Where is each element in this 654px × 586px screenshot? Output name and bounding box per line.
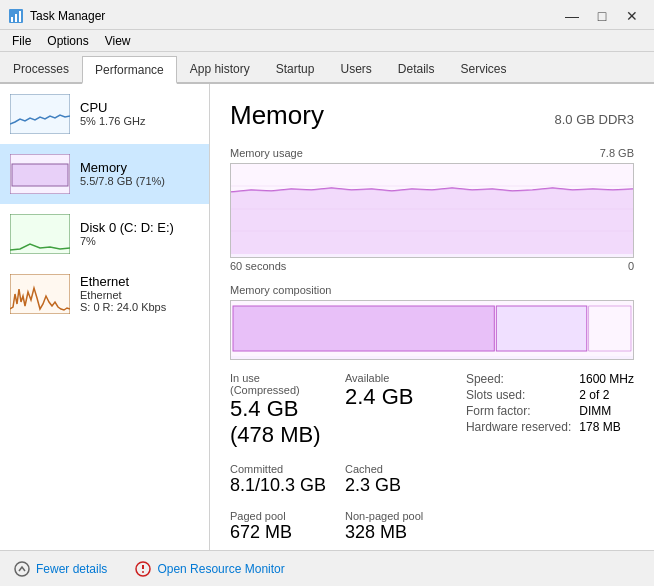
slots-value: 2 of 2	[579, 388, 634, 402]
committed-label: Committed	[230, 463, 331, 475]
speed-value: 1600 MHz	[579, 372, 634, 386]
fewer-details-button[interactable]: Fewer details	[8, 557, 113, 581]
svg-rect-15	[233, 306, 494, 351]
minimize-button[interactable]: —	[558, 6, 586, 26]
fewer-details-label: Fewer details	[36, 562, 107, 576]
open-resource-monitor-button[interactable]: Open Resource Monitor	[129, 557, 290, 581]
in-use-stat: In use (Compressed) 5.4 GB (478 MB)	[230, 372, 331, 449]
menu-options[interactable]: Options	[39, 32, 96, 50]
left-item-disk[interactable]: Disk 0 (C: D: E:) 7%	[0, 204, 209, 264]
tab-startup[interactable]: Startup	[263, 54, 328, 82]
memory-composition-section: Memory composition	[230, 284, 634, 360]
time-right: 0	[628, 260, 634, 272]
cached-label: Cached	[345, 463, 446, 475]
available-label: Available	[345, 372, 446, 384]
svg-rect-6	[12, 164, 68, 186]
right-stats: Speed: 1600 MHz Slots used: 2 of 2 Form …	[466, 372, 634, 544]
cpu-info: CPU 5% 1.76 GHz	[80, 100, 145, 127]
left-item-ethernet[interactable]: Ethernet Ethernet S: 0 R: 24.0 Kbps	[0, 264, 209, 324]
committed-stat: Committed 8.1/10.3 GB	[230, 463, 331, 497]
left-stats: In use (Compressed) 5.4 GB (478 MB) Avai…	[230, 372, 446, 544]
disk-name: Disk 0 (C: D: E:)	[80, 220, 174, 235]
nonpaged-stat: Non-paged pool 328 MB	[345, 510, 446, 544]
in-use-value: 5.4 GB (478 MB)	[230, 396, 331, 449]
ethernet-subname: Ethernet	[80, 289, 166, 301]
available-stat: Available 2.4 GB	[345, 372, 446, 449]
tab-processes[interactable]: Processes	[0, 54, 82, 82]
right-stats-panel: Speed: 1600 MHz Slots used: 2 of 2 Form …	[466, 372, 634, 434]
right-title: Memory	[230, 100, 324, 131]
svg-rect-4	[10, 94, 70, 134]
ethernet-info: Ethernet Ethernet S: 0 R: 24.0 Kbps	[80, 274, 166, 313]
maximize-button[interactable]: □	[588, 6, 616, 26]
composition-label: Memory composition	[230, 284, 331, 296]
disk-info: Disk 0 (C: D: E:) 7%	[80, 220, 174, 247]
tab-apphistory[interactable]: App history	[177, 54, 263, 82]
ethernet-graph-thumbnail	[10, 274, 70, 314]
menu-view[interactable]: View	[97, 32, 139, 50]
right-panel: Memory 8.0 GB DDR3 Memory usage 7.8 GB	[210, 84, 654, 550]
top-stats: In use (Compressed) 5.4 GB (478 MB) Avai…	[230, 372, 446, 449]
form-label: Form factor:	[466, 404, 571, 418]
memory-usage-section: Memory usage 7.8 GB 60 seconds	[230, 147, 634, 272]
tab-services[interactable]: Services	[448, 54, 520, 82]
ethernet-name: Ethernet	[80, 274, 166, 289]
tabbar: Processes Performance App history Startu…	[0, 52, 654, 84]
left-item-cpu[interactable]: CPU 5% 1.76 GHz	[0, 84, 209, 144]
right-subtitle: 8.0 GB DDR3	[555, 112, 634, 127]
svg-point-18	[15, 562, 29, 576]
memory-graph-thumbnail	[10, 154, 70, 194]
resource-monitor-icon	[135, 561, 151, 577]
slots-label: Slots used:	[466, 388, 571, 402]
in-use-label: In use (Compressed)	[230, 372, 331, 396]
open-resource-label: Open Resource Monitor	[157, 562, 284, 576]
chart-time: 60 seconds 0	[230, 260, 634, 272]
chevron-up-icon	[14, 561, 30, 577]
svg-rect-3	[19, 11, 21, 22]
menubar: File Options View	[0, 30, 654, 52]
stats-area: In use (Compressed) 5.4 GB (478 MB) Avai…	[230, 372, 634, 544]
bottombar: Fewer details Open Resource Monitor	[0, 550, 654, 586]
paged-value: 672 MB	[230, 522, 331, 544]
taskmanager-icon	[8, 8, 24, 24]
svg-rect-16	[496, 306, 586, 351]
left-panel: CPU 5% 1.76 GHz Memory 5.5/7.8 GB (71%)	[0, 84, 210, 550]
disk-graph-thumbnail	[10, 214, 70, 254]
paged-stat: Paged pool 672 MB	[230, 510, 331, 544]
usage-max: 7.8 GB	[600, 147, 634, 159]
composition-chart	[230, 300, 634, 360]
menu-file[interactable]: File	[4, 32, 39, 50]
memory-value: 5.5/7.8 GB (71%)	[80, 175, 165, 187]
time-left: 60 seconds	[230, 260, 286, 272]
tab-performance[interactable]: Performance	[82, 56, 177, 84]
composition-label-row: Memory composition	[230, 284, 634, 296]
memory-info: Memory 5.5/7.8 GB (71%)	[80, 160, 165, 187]
nonpaged-label: Non-paged pool	[345, 510, 446, 522]
svg-point-21	[142, 571, 144, 573]
titlebar-title: Task Manager	[30, 9, 105, 23]
cpu-value: 5% 1.76 GHz	[80, 115, 145, 127]
cached-stat: Cached 2.3 GB	[345, 463, 446, 497]
nonpaged-value: 328 MB	[345, 522, 446, 544]
usage-label-row: Memory usage 7.8 GB	[230, 147, 634, 159]
disk-value: 7%	[80, 235, 174, 247]
usage-label: Memory usage	[230, 147, 303, 159]
cpu-graph-thumbnail	[10, 94, 70, 134]
svg-rect-1	[11, 17, 13, 22]
main-content: CPU 5% 1.76 GHz Memory 5.5/7.8 GB (71%)	[0, 84, 654, 550]
tab-details[interactable]: Details	[385, 54, 448, 82]
right-header: Memory 8.0 GB DDR3	[230, 100, 634, 131]
memory-name: Memory	[80, 160, 165, 175]
cached-value: 2.3 GB	[345, 475, 446, 497]
close-button[interactable]: ✕	[618, 6, 646, 26]
available-value: 2.4 GB	[345, 384, 446, 410]
svg-rect-17	[589, 306, 631, 351]
titlebar-left: Task Manager	[8, 8, 105, 24]
left-item-memory[interactable]: Memory 5.5/7.8 GB (71%)	[0, 144, 209, 204]
tab-users[interactable]: Users	[327, 54, 384, 82]
titlebar-controls: — □ ✕	[558, 6, 646, 26]
cpu-name: CPU	[80, 100, 145, 115]
ethernet-value: S: 0 R: 24.0 Kbps	[80, 301, 166, 313]
svg-marker-13	[231, 188, 633, 254]
paged-label: Paged pool	[230, 510, 331, 522]
